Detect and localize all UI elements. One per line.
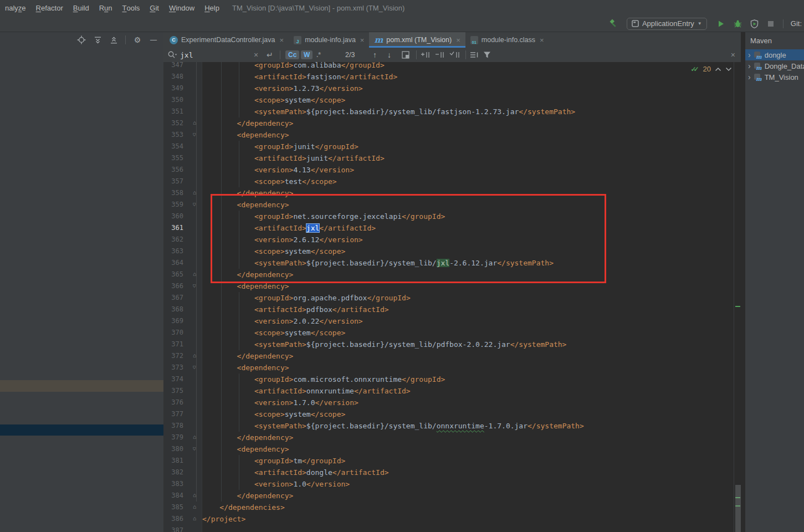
code-line-372[interactable]: 372⌂ </dependency> [163, 350, 741, 362]
code-line-385[interactable]: 385⌂ </dependencies> [163, 502, 741, 513]
code-line-382[interactable]: 382 <artifactId>dongle</artifactId> [163, 467, 741, 478]
menu-item-tools[interactable]: Tools [117, 0, 145, 16]
previous-match-icon[interactable]: ↑ [373, 50, 377, 59]
code-line-375[interactable]: 375 <artifactId>onnxruntime</artifactId> [163, 385, 741, 397]
fold-region-end-icon[interactable]: ⌂ [193, 351, 196, 360]
regex-toggle[interactable]: .* [316, 51, 321, 59]
fold-region-start-icon[interactable]: ⌂ [193, 444, 196, 453]
code-line-349[interactable]: 349 <version>1.2.73</version> [163, 83, 741, 94]
code-line-384[interactable]: 384⌂ </dependency> [163, 490, 741, 502]
code-line-354[interactable]: 354 <groupId>junit</groupId> [163, 141, 741, 152]
code-line-367[interactable]: 367 <groupId>org.apache.pdfbox</groupId> [163, 292, 741, 304]
match-case-toggle[interactable]: Cc [285, 50, 299, 59]
code-line-352[interactable]: 352⌂ </dependency> [163, 117, 741, 129]
code-line-374[interactable]: 374 <groupId>com.microsoft.onnxruntime</… [163, 374, 741, 385]
inspection-widget[interactable]: ✓✓ 20 [690, 65, 732, 73]
code-line-379[interactable]: 379⌂ </dependency> [163, 432, 741, 443]
fold-region-start-icon[interactable]: ⌂ [193, 282, 196, 290]
panel-splitter[interactable] [741, 32, 745, 532]
locate-file-icon[interactable] [77, 35, 86, 44]
code-line-347[interactable]: 347 <groupId>com.alibaba</groupId> [163, 62, 741, 71]
next-match-icon[interactable]: ↓ [387, 50, 391, 59]
close-tab-icon[interactable]: × [360, 36, 365, 44]
code-line-357[interactable]: 357 <scope>test</scope> [163, 176, 741, 187]
stop-button[interactable] [766, 19, 776, 28]
fold-region-start-icon[interactable]: ⌂ [193, 200, 196, 209]
code-line-348[interactable]: 348 <artifactId>fastjson</artifactId> [163, 71, 741, 83]
gear-icon[interactable]: ⚙ [133, 35, 142, 44]
code-line-350[interactable]: 350 <scope>system</scope> [163, 94, 741, 106]
menu-item-run[interactable]: Run [94, 0, 117, 16]
previous-warning-icon[interactable] [715, 67, 721, 71]
add-occurrence-icon[interactable] [421, 51, 430, 59]
menu-item-refactor[interactable]: Refactor [31, 0, 68, 16]
code-line-355[interactable]: 355 <artifactId>junit</artifactId> [163, 152, 741, 164]
code-line-369[interactable]: 369 <version>2.0.22</version> [163, 315, 741, 327]
menu-item-git[interactable]: Git [145, 0, 164, 16]
code-line-351[interactable]: 351 <systemPath>${project.basedir}/syste… [163, 106, 741, 117]
menu-item-window[interactable]: Window [164, 0, 199, 16]
code-line-371[interactable]: 371 <systemPath>${project.basedir}/syste… [163, 339, 741, 350]
menu-item-nalyze[interactable]: nalyze [0, 0, 31, 16]
code-line-377[interactable]: 377 <scope>system</scope> [163, 408, 741, 420]
maven-item-dongle[interactable]: ›mdongle [745, 49, 804, 60]
maven-item-dongle-data[interactable]: ›mDongle_Data [745, 60, 804, 71]
close-tab-icon[interactable]: × [540, 36, 544, 44]
close-tab-icon[interactable]: × [280, 36, 284, 44]
search-input[interactable]: jxl [180, 51, 193, 59]
chevron-right-icon[interactable]: › [748, 62, 751, 70]
close-find-bar-icon[interactable]: × [731, 50, 735, 59]
menu-item-build[interactable]: Build [68, 0, 94, 16]
hide-panel-icon[interactable]: — [149, 35, 158, 44]
run-with-coverage-button[interactable] [750, 19, 759, 28]
fold-region-end-icon[interactable]: ⌂ [193, 514, 196, 523]
newline-icon[interactable]: ↵ [267, 50, 273, 59]
tab-experimentdatacontroller-java[interactable]: CExperimentDataController.java× [165, 32, 289, 48]
fold-region-start-icon[interactable]: ⌂ [193, 363, 196, 372]
code-line-378[interactable]: 378 <systemPath>${project.basedir}/syste… [163, 420, 741, 432]
tab-pom-xml-tm-vision[interactable]: mpom.xml (TM_Vision)× [369, 32, 465, 48]
tab-module-info-class[interactable]: 01module-info.class× [465, 32, 549, 48]
chevron-right-icon[interactable]: › [748, 73, 751, 81]
words-toggle[interactable]: W [301, 50, 313, 59]
code-line-383[interactable]: 383 <version>1.0</version> [163, 478, 741, 490]
code-line-387[interactable]: 387 [163, 525, 741, 532]
clear-search-icon[interactable]: × [254, 50, 258, 59]
scrollbar-thumb[interactable] [735, 485, 741, 532]
run-button[interactable] [716, 19, 726, 28]
code-line-381[interactable]: 381 <groupId>tm</groupId> [163, 455, 741, 467]
select-all-occurrences-icon[interactable] [449, 51, 460, 59]
tab-module-info-java[interactable]: Jmodule-info.java× [289, 32, 369, 48]
fold-region-end-icon[interactable]: ⌂ [193, 491, 196, 500]
view-options-icon[interactable] [470, 52, 479, 59]
search-icon[interactable] [167, 51, 177, 59]
close-tab-icon[interactable]: × [456, 36, 460, 44]
chevron-right-icon[interactable]: › [748, 51, 751, 59]
code-line-356[interactable]: 356 <version>4.13</version> [163, 164, 741, 176]
menu-item-help[interactable]: Help [199, 0, 224, 16]
code-line-370[interactable]: 370 <scope>system</scope> [163, 327, 741, 339]
git-branch-widget[interactable]: Git: [791, 19, 802, 28]
fold-region-end-icon[interactable]: ⌂ [193, 503, 196, 511]
fold-region-end-icon[interactable]: ⌂ [193, 270, 196, 279]
maven-item-tm-vision[interactable]: ›mTM_Vision [745, 71, 804, 83]
fold-region-end-icon[interactable]: ⌂ [193, 433, 196, 442]
code-line-353[interactable]: 353⌂ <dependency> [163, 129, 741, 141]
code-line-373[interactable]: 373⌂ <dependency> [163, 362, 741, 374]
code-line-376[interactable]: 376 <version>1.7.0</version> [163, 397, 741, 408]
fold-region-start-icon[interactable]: ⌂ [193, 130, 196, 139]
code-line-368[interactable]: 368 <artifactId>pdfbox</artifactId> [163, 304, 741, 315]
remove-occurrence-icon[interactable] [435, 51, 444, 59]
search-in-selection-icon[interactable] [402, 51, 409, 59]
build-hammer-icon[interactable] [608, 19, 617, 28]
next-warning-icon[interactable] [725, 67, 732, 71]
code-line-380[interactable]: 380⌂ <dependency> [163, 443, 741, 455]
debug-button[interactable] [733, 19, 742, 28]
run-configuration-select[interactable]: ApplicationEntry ▼ [627, 18, 707, 30]
fold-region-end-icon[interactable]: ⌂ [193, 188, 196, 197]
filter-icon[interactable] [483, 52, 491, 59]
code-line-386[interactable]: 386⌂</project> [163, 513, 741, 525]
fold-region-end-icon[interactable]: ⌂ [193, 119, 196, 127]
collapse-all-icon[interactable] [109, 35, 118, 44]
expand-all-icon[interactable] [93, 35, 102, 44]
